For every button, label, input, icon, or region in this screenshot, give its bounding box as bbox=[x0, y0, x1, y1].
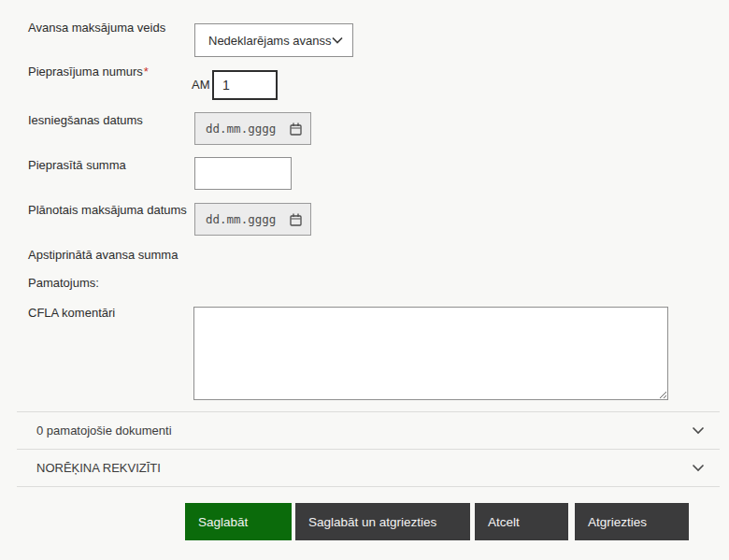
cancel-button[interactable]: Atcelt bbox=[475, 503, 568, 540]
section-payment-details[interactable]: NORĒĶINA REKVIZĪTI bbox=[17, 449, 720, 487]
advance-type-label: Avansa maksājuma veids bbox=[28, 21, 165, 35]
justification-label: Pamatojums: bbox=[28, 276, 99, 290]
request-number-input[interactable] bbox=[212, 70, 278, 100]
chevron-down-icon bbox=[332, 36, 343, 44]
submission-date-label: Iesniegšanas datums bbox=[28, 113, 143, 127]
advance-type-value: Nedeklarējams avanss bbox=[208, 34, 332, 48]
return-button[interactable]: Atgriezties bbox=[575, 503, 689, 540]
chevron-down-icon bbox=[692, 426, 705, 435]
save-and-return-button[interactable]: Saglabāt un atgriezties bbox=[295, 503, 470, 540]
chevron-down-icon bbox=[692, 464, 705, 472]
advance-type-select[interactable]: Nedeklarējams avanss bbox=[194, 23, 353, 57]
requested-amount-label: Pieprasītā summa bbox=[28, 158, 126, 172]
planned-payment-date-label: Plānotais maksājuma datums bbox=[28, 203, 187, 217]
request-number-prefix: AM bbox=[192, 78, 210, 92]
planned-payment-date-placeholder: dd.mm.gggg bbox=[206, 212, 276, 226]
section-supporting-documents-label: 0 pamatojošie dokumenti bbox=[36, 424, 172, 438]
submission-date-placeholder: dd.mm.gggg bbox=[206, 122, 276, 136]
section-payment-details-label: NORĒĶINA REKVIZĪTI bbox=[36, 461, 161, 475]
cfla-comments-label: CFLA komentāri bbox=[28, 306, 115, 320]
planned-payment-date-input[interactable]: dd.mm.gggg bbox=[194, 203, 311, 236]
approved-advance-amount-label: Apstiprinātā avansa summa bbox=[28, 248, 178, 262]
calendar-icon bbox=[290, 122, 302, 136]
request-number-label: Pieprasījuma numurs* bbox=[28, 65, 149, 79]
save-button[interactable]: Saglabāt bbox=[185, 503, 292, 540]
submission-date-input[interactable]: dd.mm.gggg bbox=[194, 112, 311, 145]
request-number-label-text: Pieprasījuma numurs bbox=[28, 65, 143, 79]
cfla-comments-textarea[interactable] bbox=[193, 307, 668, 400]
calendar-icon bbox=[290, 213, 302, 226]
required-asterisk: * bbox=[144, 65, 149, 79]
requested-amount-input[interactable] bbox=[194, 157, 292, 190]
section-supporting-documents[interactable]: 0 pamatojošie dokumenti bbox=[17, 411, 720, 449]
